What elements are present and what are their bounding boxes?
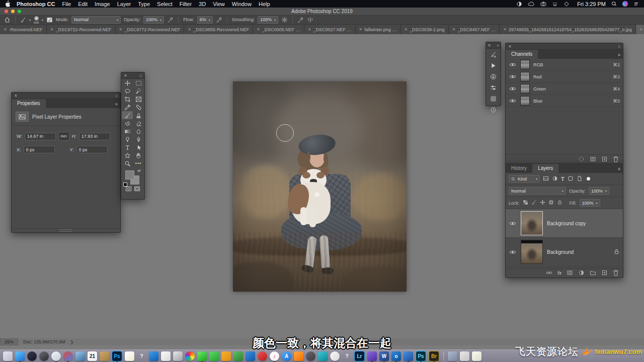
close-tab-icon[interactable]: ✕ (503, 27, 507, 32)
filter-shape-icon[interactable] (568, 175, 574, 183)
patterns-panel-icon[interactable] (490, 96, 497, 103)
dock-calendar[interactable]: 21 (88, 351, 97, 361)
screen-mode-icon[interactable] (134, 186, 140, 193)
dock-shutdown[interactable] (330, 351, 340, 361)
menu-help[interactable]: Help (259, 1, 270, 7)
hand-tool[interactable] (133, 151, 144, 159)
default-colors-icon[interactable] (123, 183, 127, 187)
close-channels-icon[interactable]: ✕ (508, 44, 512, 49)
channel-row-green[interactable]: Green ⌘4 (506, 83, 623, 95)
filter-type-icon[interactable]: T (561, 176, 565, 182)
zoom-window-button[interactable] (18, 10, 21, 13)
dock-launchpad[interactable] (39, 351, 49, 361)
clone-source-panel-icon[interactable] (490, 73, 497, 81)
dock-bluetooth[interactable] (404, 351, 413, 361)
notification-center-icon[interactable] (633, 1, 639, 7)
close-tab-icon[interactable]: ✕ (188, 27, 191, 32)
shape-tool[interactable] (122, 151, 133, 159)
dock-document[interactable] (3, 351, 13, 361)
menu-select[interactable]: Select (157, 1, 173, 7)
tab-properties[interactable]: Properties (12, 99, 46, 108)
lock-artboard-icon[interactable] (548, 200, 554, 206)
document-tab-8[interactable]: ✕_DSC8457.NEF … (449, 25, 500, 34)
menu-type[interactable]: Type (138, 1, 150, 7)
dock-missing-app-2[interactable]: ? (342, 351, 352, 361)
blur-tool[interactable] (133, 127, 144, 135)
filter-pixel-icon[interactable] (543, 175, 549, 183)
type-tool[interactable] (122, 143, 133, 151)
dock-word[interactable]: W (379, 351, 389, 361)
dock-facetime[interactable] (209, 351, 219, 361)
swap-colors-icon[interactable]: ⇄ (137, 168, 141, 173)
dock-safari[interactable] (51, 351, 61, 361)
diamond-icon[interactable] (564, 1, 570, 7)
flow-select[interactable]: 6%▾ (197, 16, 213, 24)
visibility-eye-icon[interactable] (509, 250, 517, 254)
frame-tool[interactable] (133, 95, 144, 103)
menu-3d[interactable]: 3D (199, 1, 206, 7)
collapse-tools-icon[interactable]: ⁞⁞ (140, 73, 142, 78)
pen-tool[interactable] (133, 135, 144, 143)
healing-tool[interactable] (133, 103, 144, 111)
dock-podcasts[interactable] (306, 351, 315, 361)
document-tab-6[interactable]: ✕fallwinter.png … (356, 25, 401, 34)
layer-row-0[interactable]: Background copy (506, 209, 623, 238)
mask-icon[interactable] (590, 156, 596, 163)
channel-row-blue[interactable]: Blue ⌘5 (506, 95, 623, 107)
quick-select-tool[interactable] (133, 87, 144, 95)
dock-chrome[interactable] (63, 351, 73, 361)
dock-finder[interactable] (15, 351, 25, 361)
lock-position-icon[interactable] (540, 200, 545, 206)
dock-bridge[interactable]: Br (429, 351, 439, 361)
close-panel-icon[interactable]: ✕ (14, 94, 18, 98)
pressure-opacity-icon[interactable] (167, 17, 174, 23)
layer-opacity-select[interactable]: 100%▾ (589, 187, 609, 195)
filter-smartobject-icon[interactable] (577, 175, 583, 183)
path-select-tool[interactable] (133, 143, 144, 151)
close-tab-icon[interactable]: ✕ (404, 27, 408, 32)
spotlight-search-icon[interactable] (611, 1, 617, 7)
lasso-tool[interactable] (122, 87, 133, 95)
channel-row-red[interactable]: Red ⌘3 (506, 71, 623, 83)
history-brush-tool[interactable] (122, 119, 133, 127)
dock-numbers[interactable] (233, 351, 243, 361)
ellipsis-tool[interactable]: ••• (133, 159, 144, 167)
dock-onedrive[interactable] (149, 351, 158, 361)
layer-row-1[interactable]: Background (506, 238, 623, 266)
x-field[interactable]: 0 px (24, 146, 55, 153)
clone-stamp-tool[interactable] (133, 111, 144, 119)
menu-view[interactable]: View (213, 1, 225, 7)
load-selection-icon[interactable] (578, 156, 585, 163)
foreground-color[interactable] (125, 170, 134, 179)
dock-photos[interactable] (185, 351, 195, 361)
visibility-eye-icon[interactable] (509, 62, 517, 67)
dock-photoshop-old[interactable]: Ps (416, 351, 426, 361)
quick-mask-icon[interactable] (125, 186, 132, 193)
eraser-tool[interactable] (133, 119, 144, 127)
collapse-channels-icon[interactable]: ⁞⁞ (618, 44, 620, 49)
document-tab-3[interactable]: ✕_DSC9855-Recovered.NEF (184, 25, 253, 34)
close-tab-icon[interactable]: ✕ (257, 27, 260, 32)
brush-tool-preset-icon[interactable] (20, 17, 26, 23)
tab-layers[interactable]: Layers (532, 164, 558, 173)
tab-history[interactable]: History (506, 164, 532, 173)
close-tab-icon[interactable]: ✕ (639, 27, 643, 32)
dock-notes[interactable] (125, 351, 134, 361)
dock-books[interactable] (294, 351, 303, 361)
lock-transparency-icon[interactable] (523, 200, 528, 206)
lock-all-icon[interactable] (557, 200, 562, 206)
dock-missing-app[interactable]: ? (137, 351, 146, 361)
dock-stack-notes[interactable] (472, 351, 481, 361)
marquee-tool[interactable] (133, 79, 144, 87)
crop-tool[interactable] (122, 95, 133, 103)
cloud-icon[interactable] (528, 1, 535, 7)
new-layer-icon[interactable] (601, 269, 608, 277)
symmetry-icon[interactable] (307, 17, 313, 23)
dock-downloads[interactable] (448, 351, 457, 361)
dock-mail[interactable] (318, 351, 328, 361)
pressure-size-icon[interactable] (297, 17, 304, 23)
siri-icon[interactable] (622, 1, 628, 7)
document-tab-5[interactable]: ✕_DSC0027.NEF … (304, 25, 356, 34)
close-tab-icon[interactable]: ✕ (452, 27, 456, 32)
contrast-icon[interactable] (516, 1, 522, 7)
